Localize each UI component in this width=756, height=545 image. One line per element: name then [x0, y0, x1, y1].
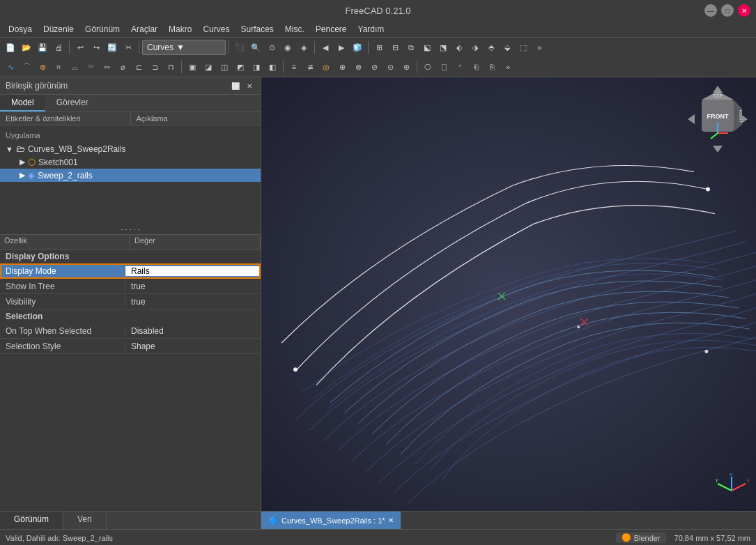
- view-btn-6[interactable]: ⬖: [452, 40, 467, 55]
- view-btn-7[interactable]: ⬗: [468, 40, 483, 55]
- curve-tool-12[interactable]: ▣: [185, 59, 200, 75]
- menu-yardim[interactable]: Yardım: [353, 23, 390, 36]
- nav-3d[interactable]: 🧊: [350, 40, 365, 55]
- refresh-button[interactable]: 🔄: [105, 40, 120, 55]
- curve-tool-26[interactable]: ⎔: [420, 59, 435, 75]
- panel-maximize-button[interactable]: ⬜: [230, 80, 241, 91]
- view-btn-1[interactable]: ⊞: [371, 40, 387, 55]
- tb-icon-3[interactable]: ⊙: [264, 40, 279, 55]
- props-row-display-mode[interactable]: Display Mode Rails: [0, 263, 261, 279]
- curve-tool-24[interactable]: ⊙: [383, 59, 398, 75]
- sub-tab-labels[interactable]: Etiketler & öznitelikleri: [0, 112, 131, 125]
- curve-tool-5[interactable]: ⌓: [67, 59, 82, 75]
- menu-duzenle[interactable]: Düzenle: [38, 23, 79, 36]
- sub-tab-desc[interactable]: Açıklama: [131, 112, 261, 125]
- curve-tool-15[interactable]: ◩: [233, 59, 248, 75]
- curve-tool-28[interactable]: ⎖: [452, 59, 468, 75]
- nav-left[interactable]: ◀: [318, 40, 333, 55]
- workbench-dropdown[interactable]: Curves ▼: [142, 40, 226, 55]
- tb-icon-2[interactable]: 🔍: [248, 40, 263, 55]
- tree-label-curves-wb: Curves_WB_Sweep2Rails: [28, 144, 126, 154]
- viewport-tab[interactable]: 🔷 Curves_WB_Sweep2Rails : 1* ✕: [261, 512, 401, 529]
- curve-tool-27[interactable]: ⎕: [436, 59, 452, 75]
- more-tools[interactable]: »: [532, 40, 547, 55]
- menu-pencere[interactable]: Pencere: [310, 23, 353, 36]
- view-btn-2[interactable]: ⊟: [387, 40, 403, 55]
- curve-tool-16[interactable]: ◨: [249, 59, 264, 75]
- menu-dosya[interactable]: Dosya: [3, 23, 38, 36]
- sub-tab-row: Etiketler & öznitelikleri Açıklama: [0, 112, 261, 125]
- bottom-tab-gorunum[interactable]: Görünüm: [0, 512, 63, 529]
- curve-tool-3[interactable]: ⊚: [35, 59, 50, 75]
- panel-close-button[interactable]: ✕: [244, 80, 255, 91]
- props-row-on-top[interactable]: On Top When Selected Disabled: [0, 323, 261, 339]
- curve-tool-17[interactable]: ◧: [265, 59, 280, 75]
- minimize-button[interactable]: —: [704, 4, 717, 17]
- curve-tool-22[interactable]: ⊗: [350, 59, 366, 75]
- menu-misc[interactable]: Misc.: [279, 23, 310, 36]
- props-row-show-in-tree[interactable]: Show In Tree true: [0, 279, 261, 294]
- props-row-selection-style[interactable]: Selection Style Shape: [0, 339, 261, 354]
- menu-gorunum[interactable]: Görünüm: [79, 23, 125, 36]
- tree-item-curves-wb[interactable]: ▼ 🗁 Curves_WB_Sweep2Rails: [0, 142, 261, 155]
- menu-curves[interactable]: Curves: [197, 23, 235, 36]
- curve-tool-19[interactable]: ≢: [302, 59, 318, 75]
- curve-tool-9[interactable]: ⊏: [131, 59, 146, 75]
- nav-right[interactable]: ▶: [334, 40, 349, 55]
- menu-araclar[interactable]: Araçlar: [125, 23, 163, 36]
- view-btn-10[interactable]: ⬚: [516, 40, 531, 55]
- view-btn-5[interactable]: ⬔: [435, 40, 451, 55]
- menu-makro[interactable]: Makro: [163, 23, 197, 36]
- curve-tool-13[interactable]: ◪: [201, 59, 216, 75]
- close-button[interactable]: ✕: [738, 4, 750, 17]
- point-3: [704, 350, 708, 353]
- open-button[interactable]: 📂: [19, 40, 34, 55]
- curve-tool-21[interactable]: ⊕: [334, 59, 350, 75]
- viewport[interactable]: FRONT TOP RIGHT X Y Z: [261, 77, 756, 529]
- curve-tool-29[interactable]: ⎗: [468, 59, 484, 75]
- bottom-tab-veri[interactable]: Veri: [63, 512, 107, 529]
- more-curves[interactable]: »: [500, 59, 516, 75]
- curve-tool-1[interactable]: ∿: [3, 59, 18, 75]
- curve-tool-23[interactable]: ⊘: [367, 59, 382, 75]
- viewport-tab-close[interactable]: ✕: [388, 516, 394, 524]
- nav-cube[interactable]: FRONT TOP RIGHT: [686, 84, 749, 147]
- curve-tool-25[interactable]: ⊛: [399, 59, 414, 75]
- curve-tool-30[interactable]: ⎘: [484, 59, 500, 75]
- viewport-tab-bar: 🔷 Curves_WB_Sweep2Rails : 1* ✕: [261, 511, 756, 529]
- curve-tool-6[interactable]: ⌔: [83, 59, 98, 75]
- point-2: [706, 187, 710, 192]
- curve-tool-2[interactable]: ⌒: [19, 59, 34, 75]
- curve-tool-20[interactable]: ◎: [318, 59, 334, 75]
- curve-tool-7[interactable]: ∾: [99, 59, 114, 75]
- cut-button[interactable]: ✂: [121, 40, 136, 55]
- curve-tool-18[interactable]: ≡: [286, 59, 302, 75]
- curve-tool-14[interactable]: ◫: [217, 59, 232, 75]
- save-button[interactable]: 💾: [35, 40, 50, 55]
- view-btn-9[interactable]: ⬙: [500, 40, 515, 55]
- tb-icon-5[interactable]: ◈: [296, 40, 311, 55]
- selection-style-key: Selection Style: [0, 341, 125, 351]
- tb-icon-1[interactable]: ⬛: [232, 40, 247, 55]
- curve-tool-11[interactable]: ⊓: [163, 59, 178, 75]
- props-row-visibility[interactable]: Visibility true: [0, 294, 261, 309]
- svg-line-20: [718, 484, 732, 491]
- menu-surfaces[interactable]: Surfaces: [235, 23, 279, 36]
- tab-model[interactable]: Model: [0, 95, 45, 112]
- view-btn-3[interactable]: ⧉: [403, 40, 419, 55]
- panel-bottom-tabs: Görünüm Veri: [0, 511, 261, 529]
- view-btn-4[interactable]: ⬕: [419, 40, 435, 55]
- curve-tool-8[interactable]: ⌀: [115, 59, 130, 75]
- redo-button[interactable]: ↪: [88, 40, 104, 55]
- undo-button[interactable]: ↩: [72, 40, 88, 55]
- maximize-button[interactable]: □: [721, 4, 734, 17]
- curve-tool-10[interactable]: ⊐: [147, 59, 162, 75]
- curve-tool-4[interactable]: ⌗: [51, 59, 66, 75]
- view-btn-8[interactable]: ⬘: [484, 40, 499, 55]
- new-file-button[interactable]: 📄: [3, 40, 18, 55]
- tree-item-sweep2rails[interactable]: ▶ ◈ Sweep_2_rails: [0, 169, 261, 182]
- tab-gorevler[interactable]: Görevler: [45, 95, 100, 112]
- tree-item-sketch001[interactable]: ▶ ⬡ Sketch001: [0, 155, 261, 169]
- print-button[interactable]: 🖨: [51, 40, 66, 55]
- tb-icon-4[interactable]: ◉: [280, 40, 295, 55]
